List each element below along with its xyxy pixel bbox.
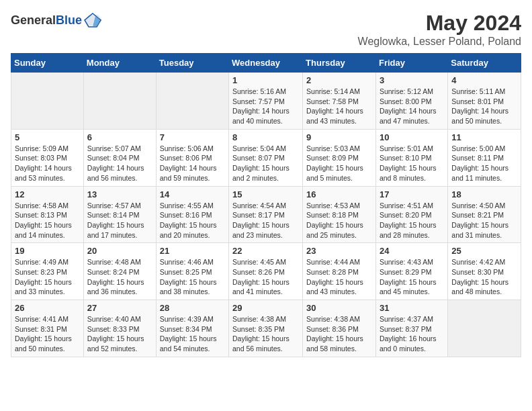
day-info: Sunrise: 4:48 AM Sunset: 8:24 PM Dayligh… (87, 257, 152, 297)
day-info: Sunrise: 4:40 AM Sunset: 8:33 PM Dayligh… (87, 314, 152, 354)
day-number: 31 (380, 303, 444, 313)
day-number: 3 (380, 75, 444, 85)
calendar-cell: 7Sunrise: 5:06 AM Sunset: 8:06 PM Daylig… (156, 129, 228, 186)
calendar-cell: 20Sunrise: 4:48 AM Sunset: 8:24 PM Dayli… (83, 243, 156, 300)
day-info: Sunrise: 4:41 AM Sunset: 8:31 PM Dayligh… (15, 314, 80, 354)
calendar-cell (448, 300, 521, 357)
page-title: May 2024 (358, 11, 521, 36)
day-info: Sunrise: 5:07 AM Sunset: 8:04 PM Dayligh… (87, 144, 152, 183)
day-number: 20 (87, 246, 152, 256)
calendar-cell: 22Sunrise: 4:45 AM Sunset: 8:26 PM Dayli… (229, 243, 303, 300)
day-info: Sunrise: 4:53 AM Sunset: 8:18 PM Dayligh… (306, 201, 372, 240)
calendar-table: SundayMondayTuesdayWednesdayThursdayFrid… (11, 53, 521, 357)
day-info: Sunrise: 4:39 AM Sunset: 8:34 PM Dayligh… (160, 314, 225, 354)
day-number: 17 (380, 189, 444, 199)
day-number: 26 (15, 303, 80, 313)
calendar-cell: 3Sunrise: 5:12 AM Sunset: 8:00 PM Daylig… (375, 73, 447, 130)
day-number: 25 (451, 246, 517, 256)
calendar-cell: 23Sunrise: 4:44 AM Sunset: 8:28 PM Dayli… (303, 243, 376, 300)
calendar-cell (156, 73, 228, 130)
calendar-cell: 5Sunrise: 5:09 AM Sunset: 8:03 PM Daylig… (11, 129, 84, 186)
calendar-cell: 27Sunrise: 4:40 AM Sunset: 8:33 PM Dayli… (83, 300, 156, 357)
calendar-cell: 1Sunrise: 5:16 AM Sunset: 7:57 PM Daylig… (229, 73, 303, 130)
calendar-cell (83, 73, 156, 130)
calendar-cell: 26Sunrise: 4:41 AM Sunset: 8:31 PM Dayli… (11, 300, 84, 357)
day-info: Sunrise: 5:01 AM Sunset: 8:10 PM Dayligh… (380, 144, 444, 183)
page-header: GeneralBlue May 2024 Weglowka, Lesser Po… (11, 11, 521, 48)
day-number: 6 (87, 132, 152, 142)
day-info: Sunrise: 5:03 AM Sunset: 8:09 PM Dayligh… (306, 144, 372, 183)
title-block: May 2024 Weglowka, Lesser Poland, Poland (358, 11, 521, 48)
day-number: 8 (232, 132, 299, 142)
calendar-cell: 14Sunrise: 4:55 AM Sunset: 8:16 PM Dayli… (156, 186, 228, 243)
day-info: Sunrise: 4:37 AM Sunset: 8:37 PM Dayligh… (380, 314, 444, 354)
calendar-cell: 15Sunrise: 4:54 AM Sunset: 8:17 PM Dayli… (229, 186, 303, 243)
day-number: 27 (87, 303, 152, 313)
day-info: Sunrise: 4:58 AM Sunset: 8:13 PM Dayligh… (15, 201, 80, 240)
day-number: 1 (232, 75, 299, 85)
calendar-week-row: 5Sunrise: 5:09 AM Sunset: 8:03 PM Daylig… (11, 129, 521, 186)
calendar-header-friday: Friday (375, 54, 447, 73)
calendar-header-row: SundayMondayTuesdayWednesdayThursdayFrid… (11, 54, 521, 73)
day-number: 29 (232, 303, 299, 313)
calendar-cell: 25Sunrise: 4:42 AM Sunset: 8:30 PM Dayli… (448, 243, 521, 300)
day-number: 7 (160, 132, 225, 142)
day-info: Sunrise: 5:11 AM Sunset: 8:01 PM Dayligh… (451, 87, 517, 126)
day-number: 14 (160, 189, 225, 199)
day-number: 13 (87, 189, 152, 199)
calendar-header-tuesday: Tuesday (156, 54, 228, 73)
calendar-cell: 8Sunrise: 5:04 AM Sunset: 8:07 PM Daylig… (229, 129, 303, 186)
calendar-header-monday: Monday (83, 54, 156, 73)
calendar-week-row: 19Sunrise: 4:49 AM Sunset: 8:23 PM Dayli… (11, 243, 521, 300)
day-number: 16 (306, 189, 372, 199)
calendar-cell: 2Sunrise: 5:14 AM Sunset: 7:58 PM Daylig… (303, 73, 376, 130)
calendar-cell (11, 73, 84, 130)
day-number: 5 (15, 132, 80, 142)
calendar-header-thursday: Thursday (303, 54, 376, 73)
day-number: 12 (15, 189, 80, 199)
calendar-week-row: 1Sunrise: 5:16 AM Sunset: 7:57 PM Daylig… (11, 73, 521, 130)
day-number: 22 (232, 246, 299, 256)
day-info: Sunrise: 4:49 AM Sunset: 8:23 PM Dayligh… (15, 257, 80, 297)
day-info: Sunrise: 4:57 AM Sunset: 8:14 PM Dayligh… (87, 201, 152, 240)
calendar-cell: 10Sunrise: 5:01 AM Sunset: 8:10 PM Dayli… (375, 129, 447, 186)
calendar-cell: 17Sunrise: 4:51 AM Sunset: 8:20 PM Dayli… (375, 186, 447, 243)
calendar-week-row: 26Sunrise: 4:41 AM Sunset: 8:31 PM Dayli… (11, 300, 521, 357)
calendar-cell: 18Sunrise: 4:50 AM Sunset: 8:21 PM Dayli… (448, 186, 521, 243)
day-info: Sunrise: 4:42 AM Sunset: 8:30 PM Dayligh… (451, 257, 517, 297)
day-number: 24 (380, 246, 444, 256)
day-info: Sunrise: 5:00 AM Sunset: 8:11 PM Dayligh… (451, 144, 517, 183)
logo: GeneralBlue (11, 11, 102, 30)
day-number: 4 (451, 75, 517, 85)
logo-general: General (11, 13, 56, 27)
calendar-cell: 13Sunrise: 4:57 AM Sunset: 8:14 PM Dayli… (83, 186, 156, 243)
calendar-cell: 31Sunrise: 4:37 AM Sunset: 8:37 PM Dayli… (375, 300, 447, 357)
logo-blue: Blue (56, 13, 82, 27)
day-number: 11 (451, 132, 517, 142)
day-number: 23 (306, 246, 372, 256)
day-number: 19 (15, 246, 80, 256)
day-info: Sunrise: 5:16 AM Sunset: 7:57 PM Dayligh… (232, 87, 299, 126)
day-info: Sunrise: 4:50 AM Sunset: 8:21 PM Dayligh… (451, 201, 517, 240)
calendar-cell: 16Sunrise: 4:53 AM Sunset: 8:18 PM Dayli… (303, 186, 376, 243)
calendar-week-row: 12Sunrise: 4:58 AM Sunset: 8:13 PM Dayli… (11, 186, 521, 243)
day-info: Sunrise: 5:14 AM Sunset: 7:58 PM Dayligh… (306, 87, 372, 126)
day-info: Sunrise: 5:06 AM Sunset: 8:06 PM Dayligh… (160, 144, 225, 183)
calendar-cell: 29Sunrise: 4:38 AM Sunset: 8:35 PM Dayli… (229, 300, 303, 357)
day-info: Sunrise: 4:45 AM Sunset: 8:26 PM Dayligh… (232, 257, 299, 297)
logo-icon (83, 11, 102, 30)
day-info: Sunrise: 4:51 AM Sunset: 8:20 PM Dayligh… (380, 201, 444, 240)
day-number: 18 (451, 189, 517, 199)
calendar-cell: 9Sunrise: 5:03 AM Sunset: 8:09 PM Daylig… (303, 129, 376, 186)
calendar-cell: 19Sunrise: 4:49 AM Sunset: 8:23 PM Dayli… (11, 243, 84, 300)
calendar-cell: 6Sunrise: 5:07 AM Sunset: 8:04 PM Daylig… (83, 129, 156, 186)
day-number: 15 (232, 189, 299, 199)
day-info: Sunrise: 5:12 AM Sunset: 8:00 PM Dayligh… (380, 87, 444, 126)
day-info: Sunrise: 4:44 AM Sunset: 8:28 PM Dayligh… (306, 257, 372, 297)
day-info: Sunrise: 4:46 AM Sunset: 8:25 PM Dayligh… (160, 257, 225, 297)
day-info: Sunrise: 5:04 AM Sunset: 8:07 PM Dayligh… (232, 144, 299, 183)
day-info: Sunrise: 4:54 AM Sunset: 8:17 PM Dayligh… (232, 201, 299, 240)
calendar-header-wednesday: Wednesday (229, 54, 303, 73)
calendar-cell: 12Sunrise: 4:58 AM Sunset: 8:13 PM Dayli… (11, 186, 84, 243)
page-subtitle: Weglowka, Lesser Poland, Poland (358, 36, 521, 48)
